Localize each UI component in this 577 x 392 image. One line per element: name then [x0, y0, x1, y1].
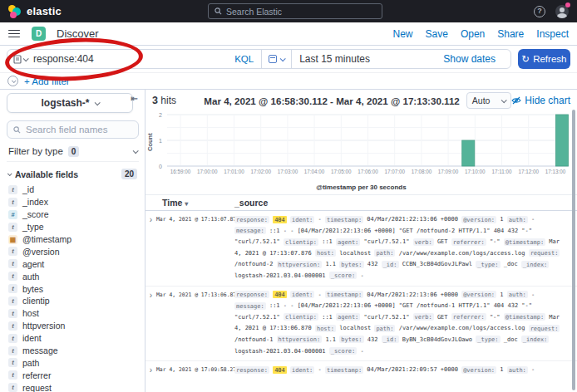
main-panel: 3 hits Mar 4, 2021 @ 16:58:30.112 - Mar … — [145, 90, 577, 392]
field-name: auth — [22, 272, 39, 282]
field-item-_score[interactable]: #_score — [7, 208, 138, 221]
refresh-button[interactable]: ↻ Refresh — [518, 49, 570, 69]
string-field-icon: t — [8, 309, 17, 318]
field-item-agent[interactable]: tagent — [7, 257, 138, 270]
query-language-button[interactable]: KQL — [227, 50, 262, 68]
field-item-_type[interactable]: t_type — [7, 221, 138, 233]
tick-label: 17:08:00 — [412, 169, 432, 174]
action-new[interactable]: New — [393, 28, 413, 40]
expand-row-icon[interactable]: › — [145, 290, 156, 358]
field-item-clientip[interactable]: tclientip — [7, 295, 138, 307]
add-filter-link[interactable]: + Add filter — [24, 76, 70, 86]
query-input-box: response:404 KQL Last 15 minutes Show da… — [7, 49, 511, 69]
field-badge: ident: — [290, 366, 314, 374]
field-item-request[interactable]: trequest — [7, 381, 138, 392]
action-open[interactable]: Open — [461, 28, 485, 40]
column-header-time[interactable]: Time ▾ — [145, 198, 234, 208]
field-badge: _type: — [476, 261, 500, 268]
tick-label: 17:06:00 — [358, 169, 378, 174]
field-item-ident[interactable]: tident — [7, 332, 138, 345]
expand-row-icon[interactable]: › — [145, 214, 156, 282]
field-item-httpversion[interactable]: thttpversion — [7, 320, 138, 332]
field-badge: referrer: — [451, 238, 486, 246]
time-range-segment: Last 15 minutes Show dates — [292, 53, 510, 65]
action-save[interactable]: Save — [426, 28, 448, 40]
field-item-message[interactable]: tmessage — [7, 345, 138, 357]
field-name: _score — [22, 209, 49, 219]
field-badge: _id: — [382, 261, 399, 268]
available-fields-header[interactable]: Available fields 20 — [7, 169, 138, 179]
collapse-sidebar-icon[interactable]: ⇤ — [131, 94, 138, 103]
field-badge: ident: — [290, 291, 314, 298]
field-value: localhost — [339, 250, 371, 257]
filter-by-type-control[interactable]: Filter by type 0 — [7, 145, 139, 162]
field-badge: timestamp: — [325, 216, 363, 223]
help-icon[interactable]: ? — [534, 6, 545, 17]
field-item-_id[interactable]: t_id — [7, 184, 138, 196]
index-pattern-selector[interactable]: logstash-* ⇤ — [7, 93, 133, 113]
field-badge: host: — [315, 249, 336, 257]
index-pattern-name: logstash-* — [41, 97, 89, 109]
global-search-input[interactable]: Search Elastic — [208, 3, 382, 19]
filter-by-type-label: Filter by type — [8, 146, 63, 156]
field-value: /notfound-2 — [234, 261, 273, 267]
field-value: 432 — [367, 336, 378, 343]
field-item-@timestamp[interactable]: ▦@timestamp — [7, 233, 138, 246]
calendar-icon — [269, 55, 277, 63]
string-field-icon: t — [8, 370, 17, 380]
field-badge: agent: — [336, 238, 360, 246]
date-picker-button[interactable] — [262, 50, 292, 68]
kibana-discover-app: elastic Search Elastic ? D Discover NewS… — [0, 0, 577, 392]
tick-label: 16:59:00 — [170, 169, 191, 174]
field-value: "-" — [490, 314, 501, 321]
field-search-input[interactable]: Search field names — [7, 120, 139, 139]
field-value: CCBN_3cB04dGovJLPawl — [402, 261, 472, 267]
field-item-@version[interactable]: t@version — [7, 245, 138, 257]
eye-closed-icon — [511, 96, 521, 105]
field-badge: httpversion: — [277, 261, 323, 268]
hide-chart-link[interactable]: Hide chart — [511, 95, 570, 106]
histogram-bar[interactable] — [555, 115, 568, 166]
chevron-down-icon — [133, 148, 139, 154]
tick-label: 17:13:00 — [545, 169, 566, 174]
field-badge: path: — [374, 325, 395, 332]
time-range-value[interactable]: Last 15 minutes — [299, 53, 370, 65]
field-value: 1.1 — [325, 336, 336, 343]
column-header-source: _source — [234, 198, 577, 208]
field-value: /var/www/example.com/logs/access.log — [399, 325, 525, 331]
field-value: _doc — [504, 261, 518, 267]
elastic-logo[interactable]: elastic — [8, 5, 62, 18]
field-item-path[interactable]: tpath — [7, 356, 138, 369]
field-badge: _index: — [521, 336, 550, 343]
menu-icon[interactable] — [8, 30, 20, 38]
expand-row-icon[interactable]: › — [145, 365, 156, 377]
filter-options-icon[interactable] — [7, 76, 18, 86]
field-badge: message: — [234, 227, 266, 234]
field-name: _type — [22, 222, 44, 232]
field-badge: auth: — [507, 366, 528, 374]
field-item-host[interactable]: thost — [7, 307, 138, 320]
field-item-_index[interactable]: t_index — [7, 196, 138, 208]
highlighted-value: 404 — [273, 216, 287, 223]
field-badge: _score: — [329, 347, 358, 355]
show-dates-link[interactable]: Show dates — [443, 53, 503, 65]
query-input[interactable]: response:404 — [33, 53, 227, 65]
field-item-auth[interactable]: tauth — [7, 270, 138, 282]
saved-query-icon[interactable] — [7, 55, 33, 64]
histogram-bar[interactable] — [462, 140, 475, 166]
notification-dot — [565, 2, 570, 7]
field-item-referrer[interactable]: treferrer — [7, 369, 138, 381]
action-share[interactable]: Share — [497, 28, 524, 40]
date-field-icon: ▦ — [8, 235, 17, 244]
brand-name: elastic — [27, 5, 62, 17]
interval-select[interactable]: Auto — [466, 92, 511, 109]
field-badge: clientip: — [284, 238, 318, 246]
field-item-bytes[interactable]: tbytes — [7, 282, 138, 295]
field-badge: timestamp: — [325, 291, 363, 298]
field-badge: @timestamp: — [504, 313, 545, 321]
field-badge: response: — [234, 366, 269, 374]
field-badge: @version: — [461, 216, 496, 223]
vertical-scrollbar[interactable] — [572, 110, 575, 390]
action-inspect[interactable]: Inspect — [536, 28, 569, 40]
histogram-chart: Count 16:59:0017:00:0017:01:0017:02:0017… — [145, 110, 577, 194]
